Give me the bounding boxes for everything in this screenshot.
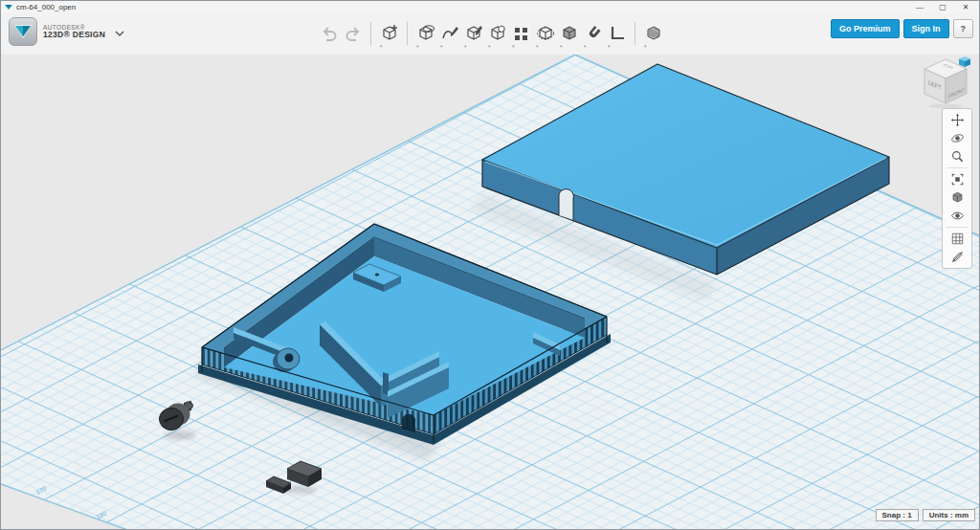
tool-pattern-button[interactable]: ▾	[509, 20, 533, 47]
title-bar: cm-64_000_open — ▢ ✕	[1, 1, 979, 14]
material-icon	[644, 24, 663, 43]
tool-snap-button[interactable]: ▾	[581, 20, 605, 47]
hide-sketch-icon	[950, 250, 965, 264]
construct-icon	[440, 24, 459, 43]
modify-icon	[464, 24, 483, 43]
tool-construct-button[interactable]: ▾	[437, 20, 461, 47]
nav-divider	[947, 167, 968, 168]
navigation-toolbar	[942, 108, 972, 269]
tool-grouping-button[interactable]: ▾	[533, 20, 557, 47]
app-menu[interactable]: AUTODESK® 123D® DESIGN	[9, 17, 124, 46]
tool-caret-icon: ▾	[440, 43, 443, 49]
tool-caret-icon: ▾	[380, 43, 383, 49]
nav-shade-button[interactable]	[943, 188, 971, 207]
tool-caret-icon: ▾	[608, 43, 611, 49]
shade-icon	[950, 190, 965, 205]
zoom-icon	[950, 149, 965, 164]
tool-duplicate-button[interactable]: ▾	[485, 20, 509, 47]
go-premium-button[interactable]: Go Premium	[831, 19, 900, 38]
sketch-icon	[416, 24, 435, 43]
tool-caret-icon: ▾	[644, 43, 647, 49]
nav-zoom-button[interactable]	[943, 147, 971, 166]
tool-primitives-button[interactable]: ▾	[377, 20, 401, 47]
nav-hide-sketch-button[interactable]	[943, 248, 971, 266]
status-bar: Snap : 1 Units : mm	[876, 509, 975, 521]
tool-sketch-button[interactable]: ▾	[413, 20, 437, 47]
visibility-icon	[950, 209, 965, 223]
tool-caret-icon: ▾	[560, 43, 563, 49]
tool-caret-icon: ▾	[464, 43, 467, 49]
tool-modify-button[interactable]: ▾	[461, 20, 485, 47]
nav-orbit-button[interactable]	[943, 129, 971, 147]
toolbar-separator	[407, 22, 408, 45]
main-toolbar: ▾▾▾▾▾▾▾▾▾▾▾	[317, 18, 665, 49]
nav-pan-button[interactable]	[943, 111, 971, 129]
fit-icon	[950, 172, 965, 187]
pan-icon	[950, 113, 965, 127]
snap-icon	[584, 24, 603, 43]
nav-divider	[947, 227, 968, 228]
chevron-down-icon	[115, 23, 124, 40]
grid-icon	[950, 232, 965, 246]
primitives-icon	[380, 24, 399, 43]
tool-caret-icon: ▾	[416, 43, 419, 49]
measure-icon	[608, 24, 627, 43]
toolbar-separator	[635, 22, 635, 45]
close-button[interactable]: ✕	[954, 1, 977, 13]
nav-visibility-button[interactable]	[943, 207, 971, 225]
nav-fit-button[interactable]	[943, 170, 971, 188]
minimize-button[interactable]: —	[908, 1, 931, 13]
app-bar: AUTODESK® 123D® DESIGN ▾▾▾▾▾▾▾▾▾▾▾ Go Pr…	[1, 13, 979, 55]
tool-redo-button[interactable]	[341, 20, 365, 47]
window-title: cm-64_000_open	[16, 3, 76, 11]
nav-grid-button[interactable]	[943, 230, 971, 248]
redo-icon	[344, 24, 363, 43]
tool-caret-icon: ▾	[488, 43, 491, 49]
orbit-icon	[950, 131, 965, 145]
autodesk-logo-icon	[9, 17, 37, 46]
view-cube[interactable]: TOP LEFT FRONT	[917, 55, 974, 109]
undo-icon	[320, 24, 339, 43]
grouping-icon	[536, 24, 555, 43]
snap-setting[interactable]: Snap : 1	[876, 509, 919, 521]
window-logo-icon	[5, 4, 12, 11]
maximize-button[interactable]: ▢	[931, 1, 954, 13]
viewport[interactable]: 170 180	[1, 55, 979, 529]
pattern-icon	[512, 24, 531, 43]
units-setting[interactable]: Units : mm	[923, 509, 975, 521]
tool-caret-icon: ▾	[584, 43, 587, 49]
tool-caret-icon: ▾	[512, 43, 515, 49]
toolbar-separator	[370, 22, 371, 45]
tool-combine-button[interactable]: ▾	[557, 20, 581, 47]
brand-line2: 123D® DESIGN	[43, 31, 105, 39]
combine-icon	[560, 24, 579, 43]
tool-caret-icon: ▾	[536, 43, 539, 49]
tool-measure-button[interactable]: ▾	[605, 20, 629, 47]
help-button[interactable]: ?	[953, 19, 974, 38]
tool-undo-button[interactable]	[317, 20, 341, 47]
sign-in-button[interactable]: Sign In	[903, 19, 949, 38]
viewcube-home-icon[interactable]	[959, 56, 970, 67]
tool-material-button[interactable]: ▾	[641, 20, 665, 47]
duplicate-icon	[488, 24, 507, 43]
app-window: cm-64_000_open — ▢ ✕ AUTODESK® 123D® DES…	[0, 0, 980, 530]
